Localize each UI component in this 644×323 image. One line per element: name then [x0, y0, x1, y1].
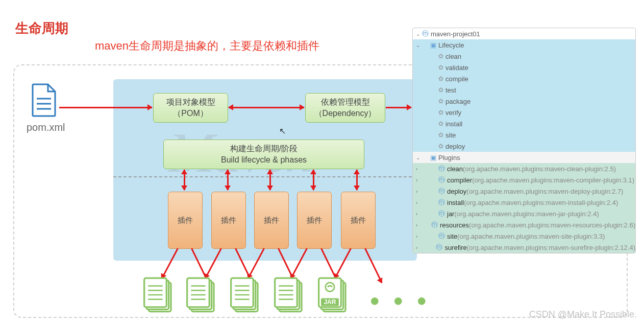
- gear-icon: ✿: [438, 120, 443, 127]
- page-title: 生命周期: [15, 19, 68, 37]
- plugin-label: 插件: [351, 216, 366, 225]
- arrow-phase-plugin-3: [269, 170, 271, 190]
- tree-row[interactable]: ✿test: [413, 84, 635, 96]
- svg-rect-12: [187, 278, 210, 307]
- tree-row[interactable]: ›ⓜsite (org.apache.maven.plugins:maven-s…: [413, 230, 635, 242]
- plugin-label: 插件: [264, 216, 279, 225]
- tree-row[interactable]: ›ⓜinstall (org.apache.maven.plugins:mave…: [413, 197, 635, 208]
- arrow-phase-plugin-2: [227, 170, 229, 190]
- tree-row[interactable]: ›ⓜcompiler (org.apache.maven.plugins:mav…: [413, 174, 635, 186]
- plugin-box-4: 插件: [297, 192, 332, 249]
- svg-rect-19: [231, 278, 254, 307]
- tree-row[interactable]: ✿compile: [413, 73, 635, 84]
- maven-icon: ⓜ: [422, 29, 429, 38]
- gear-icon: ✿: [438, 98, 443, 105]
- svg-rect-26: [275, 278, 298, 307]
- gear-icon: ✿: [438, 109, 443, 116]
- plugin-label: 插件: [178, 216, 193, 225]
- phases-l2: Build lifecycle & phases: [221, 154, 307, 166]
- document-output-icon: [142, 277, 176, 314]
- arrow-phase-plugin-1: [184, 170, 185, 190]
- svg-rect-5: [144, 278, 167, 307]
- dashed-divider: [113, 176, 417, 177]
- plugin-label: 插件: [307, 216, 322, 225]
- pom-model-box: 项目对象模型 （POM）: [153, 93, 228, 123]
- svg-text:JAR: JAR: [324, 298, 336, 306]
- maven-tree-panel[interactable]: ⌄ⓜmaven-project01⌄▣Lifecycle✿clean✿valid…: [412, 28, 636, 253]
- document-output-icon: [185, 277, 218, 314]
- tree-row[interactable]: ✿validate: [413, 62, 635, 73]
- tree-row[interactable]: ✿verify: [413, 107, 635, 118]
- page-root: 生命周期 maven生命周期是抽象的，主要是依赖和插件 Maven pom.xm…: [0, 0, 644, 323]
- tree-row[interactable]: ⌄ⓜmaven-project01: [413, 28, 635, 39]
- plugin-icon: ⓜ: [438, 232, 445, 241]
- ellipsis-dots: ● ● ●: [369, 290, 431, 310]
- jar-output-icon: JAR: [316, 277, 350, 314]
- document-output-icon: [229, 277, 262, 314]
- gear-icon: ✿: [438, 143, 443, 150]
- folder-icon: ▣: [430, 154, 436, 161]
- tree-row[interactable]: ›ⓜresources (org.apache.maven.plugins:ma…: [413, 219, 635, 230]
- tree-row[interactable]: ›ⓜdeploy (org.apache.maven.plugins:maven…: [413, 186, 635, 197]
- gear-icon: ✿: [438, 64, 443, 71]
- arrow-pom-dep: [229, 107, 304, 108]
- tree-row[interactable]: ⌄▣Lifecycle: [413, 39, 635, 51]
- arrow-dep-right: [386, 107, 411, 108]
- pom-file-label: pom.xml: [27, 122, 65, 133]
- plugin-icon: ⓜ: [436, 243, 442, 252]
- dep-model-l2: （Dependency）: [314, 108, 377, 119]
- tree-row[interactable]: ›ⓜclean (org.apache.maven.plugins:maven-…: [413, 163, 635, 174]
- tree-row[interactable]: ✿package: [413, 96, 635, 107]
- arrow-phase-plugin-5: [356, 170, 358, 190]
- plugin-icon: ⓜ: [438, 198, 445, 207]
- plugin-label: 插件: [221, 216, 236, 225]
- arrow-pom-to-model: [59, 107, 152, 108]
- plugin-box-1: 插件: [168, 192, 203, 249]
- footer-watermark: CSDN @Make It Possible.: [529, 309, 637, 320]
- tree-row[interactable]: ›ⓜsurefire (org.apache.maven.plugins:mav…: [413, 242, 635, 253]
- gear-icon: ✿: [438, 53, 443, 60]
- gear-icon: ✿: [438, 75, 443, 82]
- plugin-box-5: 插件: [341, 192, 376, 249]
- plugin-icon: ⓜ: [438, 209, 445, 218]
- tree-row[interactable]: ✿site: [413, 129, 635, 141]
- phases-l1: 构建生命周期/阶段: [230, 143, 298, 154]
- gear-icon: ✿: [438, 131, 443, 139]
- tree-row[interactable]: ›ⓜjar (org.apache.maven.plugins:maven-ja…: [413, 208, 635, 219]
- tree-row[interactable]: ⌄▣Plugins: [413, 152, 635, 163]
- pom-model-l1: 项目对象模型: [166, 97, 215, 108]
- tree-row[interactable]: ✿install: [413, 118, 635, 129]
- folder-icon: ▣: [430, 41, 436, 49]
- plugin-icon: ⓜ: [438, 187, 445, 196]
- build-phases-box: 构建生命周期/阶段 Build lifecycle & phases: [163, 140, 364, 169]
- plugin-icon: ⓜ: [438, 164, 445, 173]
- dep-model-l1: 依赖管理模型: [321, 97, 370, 108]
- plugin-icon: ⓜ: [431, 220, 438, 229]
- document-output-icon: [273, 277, 306, 314]
- tree-row[interactable]: ✿deploy: [413, 141, 635, 152]
- page-subtitle: maven生命周期是抽象的，主要是依赖和插件: [95, 38, 319, 54]
- dependency-model-box: 依赖管理模型 （Dependency）: [305, 93, 385, 123]
- pom-model-l2: （POM）: [173, 108, 208, 119]
- arrow-phase-plugin-4: [313, 170, 314, 190]
- pom-file-icon: [31, 83, 58, 117]
- plugin-box-3: 插件: [254, 192, 289, 249]
- plugin-icon: ⓜ: [438, 175, 445, 184]
- plugin-box-2: 插件: [211, 192, 246, 249]
- gear-icon: ✿: [438, 86, 443, 94]
- tree-row[interactable]: ✿clean: [413, 51, 635, 62]
